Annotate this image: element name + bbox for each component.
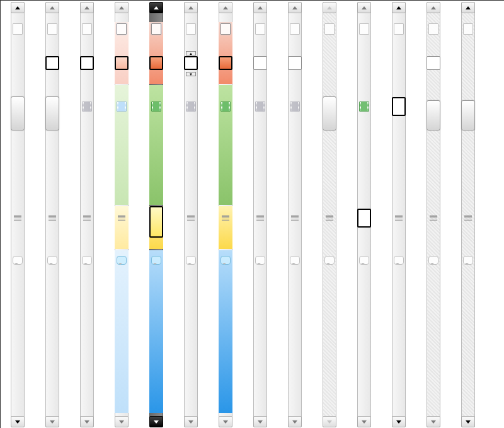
document-icon	[151, 23, 162, 35]
chat-bubble-icon	[151, 255, 162, 266]
chat-bubble-icon	[220, 255, 231, 266]
document-icon	[47, 23, 58, 35]
scrollbar-thumb[interactable]	[253, 56, 267, 70]
scrollbar-thumb[interactable]	[288, 56, 302, 70]
scroll-arrow-top[interactable]	[392, 2, 406, 13]
scroll-arrow-top[interactable]	[427, 2, 440, 13]
stepper-down-icon[interactable]: ▼	[186, 72, 196, 76]
scroll-arrow-top[interactable]	[357, 2, 371, 13]
text-lines-icon	[393, 214, 404, 225]
chevron-up-icon	[119, 6, 124, 9]
document-icon	[12, 23, 23, 35]
scroll-arrow-top[interactable]	[11, 2, 25, 13]
chevron-up-icon	[15, 6, 20, 9]
chat-bubble-icon	[428, 255, 439, 266]
scrollbar-thumb[interactable]	[427, 56, 440, 70]
scroll-arrow-top[interactable]	[288, 2, 302, 13]
chat-bubble-icon	[462, 255, 474, 266]
document-icon	[462, 23, 474, 35]
scroll-arrow-bottom[interactable]	[323, 416, 336, 427]
scroll-arrow-bottom[interactable]	[219, 416, 232, 427]
text-lines-icon	[185, 214, 197, 225]
scroll-arrow-top[interactable]	[323, 2, 336, 13]
text-lines-icon	[462, 214, 474, 225]
track-segment-blue	[149, 250, 163, 413]
scroll-arrow-bottom[interactable]	[461, 416, 475, 427]
chat-bubble-icon	[47, 255, 58, 266]
stepper-up-icon[interactable]: ▲	[186, 51, 196, 55]
stepper-control[interactable]: ▲▼	[186, 51, 196, 76]
chevron-down-icon	[362, 420, 367, 424]
scrollbar-thumb[interactable]	[392, 97, 406, 116]
scrollbar-thumb[interactable]	[323, 96, 336, 130]
scrollbar-variant-c5	[148, 2, 164, 427]
scrollbar-thumb[interactable]	[461, 100, 475, 130]
chevron-up-icon	[154, 6, 159, 9]
chat-bubble-icon	[393, 255, 404, 266]
document-icon	[428, 23, 439, 35]
scroll-arrow-top[interactable]	[219, 2, 232, 13]
scroll-arrow-bottom[interactable]	[149, 416, 163, 427]
chevron-up-icon	[258, 6, 263, 9]
chevron-down-icon	[327, 420, 332, 424]
chat-bubble-icon	[289, 255, 301, 266]
scrollbar-variant-c2	[44, 2, 60, 427]
scroll-arrow-bottom[interactable]	[80, 416, 94, 427]
scroll-arrow-bottom[interactable]	[288, 416, 302, 427]
scroll-arrow-bottom[interactable]	[253, 416, 267, 427]
text-lines-icon	[324, 214, 335, 225]
scroll-arrow-bottom[interactable]	[427, 416, 440, 427]
scroll-arrow-bottom[interactable]	[392, 416, 406, 427]
scroll-arrow-top[interactable]	[115, 2, 129, 13]
scrollbar-thumb[interactable]	[45, 96, 59, 130]
text-lines-icon	[12, 214, 23, 225]
document-icon	[220, 23, 231, 35]
document-icon	[116, 23, 127, 35]
scrollbar-thumb[interactable]	[80, 56, 94, 70]
chevron-up-icon	[396, 6, 401, 9]
film-icon	[116, 101, 127, 112]
scroll-arrow-bottom[interactable]	[184, 416, 198, 427]
scroll-arrow-top[interactable]	[45, 2, 59, 13]
scroll-arrow-bottom[interactable]	[11, 416, 25, 427]
scrollbar-thumb[interactable]	[149, 56, 163, 70]
scroll-arrow-bottom[interactable]	[357, 416, 371, 427]
document-icon	[81, 23, 93, 35]
chevron-up-icon	[362, 6, 367, 9]
chevron-up-icon	[84, 6, 89, 9]
scrollbar-thumb[interactable]	[427, 100, 440, 130]
scroll-arrow-top[interactable]	[80, 2, 94, 13]
scroll-arrow-bottom[interactable]	[115, 416, 129, 427]
scroll-arrow-top[interactable]	[184, 2, 198, 13]
scrollbar-thumb[interactable]	[11, 96, 25, 130]
scroll-arrow-top[interactable]	[253, 2, 267, 13]
scrollbar-thumb[interactable]	[45, 56, 59, 70]
chat-bubble-icon	[358, 255, 370, 266]
scroll-arrow-bottom[interactable]	[45, 416, 59, 427]
scrollbar-thumb[interactable]	[115, 56, 129, 70]
chevron-up-icon	[188, 6, 193, 9]
film-icon	[81, 101, 93, 112]
scroll-arrow-top[interactable]	[149, 2, 163, 13]
chat-bubble-icon	[12, 255, 23, 266]
chevron-up-icon	[431, 6, 436, 9]
scrollbar-variant-c4	[113, 2, 130, 427]
scroll-arrow-top[interactable]	[461, 2, 475, 13]
chevron-down-icon	[258, 420, 263, 424]
scrollbar-variant-c11	[356, 2, 372, 427]
scrollbar-variant-c12	[391, 2, 407, 427]
scrollbar-variant-c6: ▲▼	[183, 2, 199, 427]
chevron-up-icon	[50, 6, 55, 9]
scrollbar-thumb[interactable]	[219, 56, 232, 70]
scrollbar-thumb[interactable]	[357, 209, 371, 228]
film-icon	[289, 101, 301, 112]
track-segment-blue	[219, 250, 232, 413]
scrollbar-variant-c14	[460, 2, 476, 427]
chevron-up-icon	[327, 6, 332, 9]
chat-bubble-icon	[324, 255, 335, 266]
scrollbar-variant-c1	[9, 2, 26, 427]
scrollbar-thumb-highlighted[interactable]	[149, 206, 163, 238]
chevron-up-icon	[466, 6, 471, 9]
chevron-down-icon	[223, 420, 228, 424]
chevron-up-icon	[223, 6, 228, 9]
